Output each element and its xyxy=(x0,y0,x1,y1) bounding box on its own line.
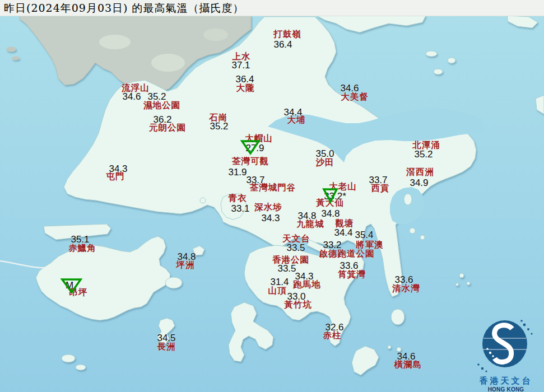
station-value: 27.9 xyxy=(245,143,264,153)
station-name: 天文台 xyxy=(282,234,310,243)
station-name: 北潭涌 xyxy=(412,141,440,150)
station-value: 34.3 xyxy=(261,213,280,223)
islet xyxy=(410,228,415,234)
ne-islet xyxy=(426,51,437,57)
station-name: 西貢 xyxy=(371,184,390,193)
station-name: 坪洲 xyxy=(176,260,195,269)
ne-islet xyxy=(434,69,443,74)
station-name: 黃竹坑 xyxy=(284,300,312,309)
station-name: 山頂 xyxy=(268,286,287,295)
hko-logo-emblem xyxy=(469,315,542,373)
station-name: 九龍城 xyxy=(296,220,324,228)
station-name: 大美督 xyxy=(341,92,369,101)
station-name: 觀塘 xyxy=(336,219,354,228)
station-name: 荃灣城門谷 xyxy=(250,183,296,192)
ninepin-islet xyxy=(467,282,470,285)
station-name: 筲箕灣 xyxy=(338,270,366,279)
station-name: 大老山 xyxy=(329,182,357,191)
station-value: 33.1 xyxy=(231,204,249,213)
station-name: 香港公園 xyxy=(272,255,309,264)
station-name: 元朗公園 xyxy=(149,123,186,132)
title-band: 昨日(2024年09月03日) 的最高氣溫（攝氏度） xyxy=(0,0,544,17)
soko-islet xyxy=(62,354,75,362)
station-name: 青衣 xyxy=(229,194,247,203)
station-name: 屯門 xyxy=(106,172,125,181)
ninepin-islet xyxy=(456,283,459,286)
station-value: 36.4 xyxy=(273,40,292,49)
station-name: 濕地公園 xyxy=(143,101,180,110)
ne-islet xyxy=(448,58,455,63)
station-name: 清水灣 xyxy=(392,284,420,293)
station-value: 35.2 xyxy=(414,150,433,159)
hko-logo: 香港天文台 HONG KONG OBSERVATORY xyxy=(469,315,542,391)
station-name: 赤鱲角 xyxy=(68,244,96,253)
hko-max-temperature-map: 昨日(2024年09月03日) 的最高氣溫（攝氏度） 36.4打鼓嶺37.1上水… xyxy=(0,0,544,392)
station-name: 跑馬地 xyxy=(293,280,321,289)
hko-logo-name-en: HONG KONG OBSERVATORY xyxy=(469,386,542,392)
hko-logo-name-zh: 香港天文台 xyxy=(469,376,542,386)
soko-islet xyxy=(76,365,86,370)
ma-wan-islet xyxy=(200,198,206,203)
map-title: 昨日(2024年09月03日) 的最高氣溫（攝氏度） xyxy=(4,1,244,16)
station-name: 黃大仙 xyxy=(316,198,344,207)
station-name: 深水埗 xyxy=(254,203,282,212)
station-name: 荃灣可觀 xyxy=(232,157,269,166)
station-name: 上水 xyxy=(233,52,251,61)
station-name: 大隴 xyxy=(236,83,255,92)
station-name: 滘西洲 xyxy=(406,167,434,176)
station-name: 長洲 xyxy=(157,342,176,351)
kau-sai-chau-island xyxy=(404,194,412,205)
station-name: 大埔 xyxy=(287,115,306,124)
station-value: 34.8 xyxy=(321,209,340,218)
islet xyxy=(388,346,391,349)
station-name: 啟德跑道公園 xyxy=(319,249,375,258)
station-name: 大帽山 xyxy=(245,134,273,143)
ninepin-islet xyxy=(459,273,464,278)
station-name: 昂坪 xyxy=(69,288,88,297)
station-value: 34.9 xyxy=(410,178,428,188)
islet xyxy=(420,235,425,240)
station-name: 打鼓嶺 xyxy=(273,30,301,39)
tung-lung-island xyxy=(391,309,404,325)
station-value: 35.4 xyxy=(355,230,373,240)
station-name: 石崗 xyxy=(210,113,228,122)
station-value: 34.4 xyxy=(334,228,352,237)
station-name: 橫瀾島 xyxy=(394,360,422,369)
station-name: 赤柱 xyxy=(323,331,342,340)
hong-kong-territory-map xyxy=(0,0,544,392)
station-name: 流浮山 xyxy=(122,83,150,92)
station-value: 31.9 xyxy=(228,167,247,177)
station-name: 沙田 xyxy=(316,158,334,167)
hei-ling-chau-island xyxy=(165,277,182,288)
station-value: 33.5 xyxy=(286,243,305,253)
